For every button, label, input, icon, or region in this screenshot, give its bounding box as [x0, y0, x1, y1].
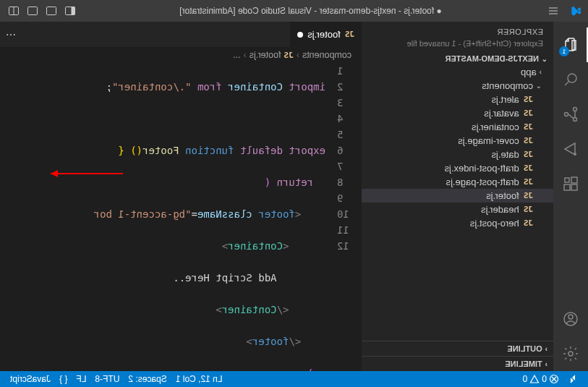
file-item-footer[interactable]: JSfooter.js: [362, 189, 553, 203]
explorer-badge: 1: [559, 46, 569, 56]
svg-rect-3: [28, 7, 38, 15]
tab-footer[interactable]: JS footer.js: [289, 22, 362, 47]
activity-run-debug[interactable]: [553, 132, 588, 166]
activity-bar: 1: [553, 22, 588, 371]
js-file-icon: JS: [524, 95, 533, 104]
activity-search[interactable]: [553, 62, 588, 97]
js-file-icon: JS: [345, 30, 354, 39]
svg-point-9: [574, 118, 577, 122]
js-file-icon: JS: [524, 150, 533, 159]
activity-source-control[interactable]: [553, 97, 588, 132]
annotation-arrow: [43, 166, 130, 181]
svg-rect-2: [47, 7, 56, 15]
chevron-right-icon: ›: [297, 50, 299, 60]
svg-point-6: [568, 74, 576, 82]
tab-more-actions[interactable]: ⋯: [0, 22, 22, 47]
chevron-right-icon: ›: [545, 360, 547, 368]
chevron-right-icon: ›: [540, 68, 542, 76]
file-item[interactable]: JSalert.js: [362, 93, 553, 106]
js-file-icon: JS: [524, 122, 533, 132]
status-indent[interactable]: Spaces: 2: [124, 374, 171, 384]
js-file-icon: JS: [284, 51, 293, 60]
chevron-down-icon: ⌄: [536, 82, 542, 90]
layout-panel-bottom-icon[interactable]: [43, 3, 59, 19]
js-file-icon: JS: [524, 163, 533, 173]
code-content[interactable]: import Container from "./container"; exp…: [0, 63, 325, 371]
svg-rect-1: [72, 7, 75, 15]
file-item[interactable]: JSavatar.js: [362, 106, 553, 120]
tab-bar: JS footer.js ⋯: [0, 22, 362, 47]
titlebar: ● footer.js - nextjs-demo-master - Visua…: [0, 0, 588, 22]
editor-area: JS footer.js ⋯ components › JS footer.js…: [0, 22, 362, 371]
svg-point-11: [574, 153, 576, 156]
folder-root[interactable]: ⌄ NEXTJS-DEMO-MASTER: [362, 52, 553, 65]
window-title: ● footer.js - nextjs-demo-master - Visua…: [78, 6, 543, 16]
status-encoding[interactable]: UTF-8: [90, 374, 124, 384]
sidebar: EXPLORER Explorer (Ctrl+Shift+E) - 1 uns…: [362, 22, 553, 371]
chevron-down-icon: ⌄: [542, 55, 547, 63]
svg-rect-14: [564, 184, 570, 190]
activity-settings[interactable]: [553, 336, 588, 371]
js-file-icon: JS: [524, 136, 533, 145]
outline-section[interactable]: › OUTLINE: [362, 341, 553, 356]
activity-extensions[interactable]: [553, 166, 588, 201]
svg-line-7: [565, 82, 569, 86]
file-item[interactable]: JScontainer.js: [362, 120, 553, 134]
layout-customize-icon[interactable]: [6, 3, 22, 19]
file-item[interactable]: JScover-image.js: [362, 134, 553, 148]
chevron-right-icon: ›: [244, 50, 247, 60]
breadcrumb[interactable]: components › JS footer.js › ...: [0, 47, 362, 63]
status-bar: 0 0 Ln 12, Col 1 Spaces: 2 UTF-8 LF { } …: [0, 371, 588, 387]
sidebar-hint: Explorer (Ctrl+Shift+E) - 1 unsaved file: [362, 39, 553, 52]
code-editor[interactable]: 1 2 3 4 5 6 7 8 9 10 11 12 import Contai…: [0, 63, 362, 371]
file-item[interactable]: JSdate.js: [362, 148, 553, 161]
svg-point-17: [568, 315, 573, 319]
js-file-icon: JS: [524, 191, 533, 200]
svg-rect-13: [571, 184, 577, 190]
layout-panel-right-icon[interactable]: [25, 3, 41, 19]
status-language[interactable]: JavaScript: [6, 374, 55, 384]
js-file-icon: JS: [524, 218, 533, 228]
file-item[interactable]: JSdraft-post-index.js: [362, 161, 553, 175]
dirty-indicator: [297, 32, 303, 38]
status-cursor[interactable]: Ln 12, Col 1: [171, 374, 227, 384]
js-file-icon: JS: [524, 109, 533, 118]
svg-point-8: [574, 108, 577, 111]
layout-panel-left-icon[interactable]: [62, 3, 78, 19]
status-braces[interactable]: { }: [55, 374, 72, 384]
vscode-icon: [563, 5, 582, 17]
menu-button[interactable]: [543, 5, 563, 17]
file-item[interactable]: JSdraft-post-page.js: [362, 175, 553, 189]
chevron-right-icon: ›: [545, 345, 547, 353]
svg-rect-15: [565, 178, 569, 182]
folder-components[interactable]: ⌄ components: [362, 79, 553, 93]
activity-explorer[interactable]: 1: [553, 27, 588, 62]
file-item[interactable]: JSheader.js: [362, 203, 553, 216]
folder-app[interactable]: › app: [362, 65, 553, 79]
timeline-section[interactable]: › TIMELINE: [362, 356, 553, 371]
status-remote[interactable]: [563, 374, 582, 384]
svg-point-18: [568, 352, 573, 356]
js-file-icon: JS: [524, 205, 533, 214]
line-gutter: 1 2 3 4 5 6 7 8 9 10 11 12: [325, 63, 362, 371]
js-file-icon: JS: [524, 177, 533, 187]
status-eol[interactable]: LF: [72, 374, 90, 384]
status-problems[interactable]: 0 0: [519, 374, 563, 384]
svg-point-10: [565, 113, 568, 116]
sidebar-title: EXPLORER: [362, 22, 553, 39]
svg-rect-12: [571, 177, 577, 183]
activity-account[interactable]: [553, 302, 588, 336]
file-item[interactable]: JShero-post.js: [362, 216, 553, 230]
